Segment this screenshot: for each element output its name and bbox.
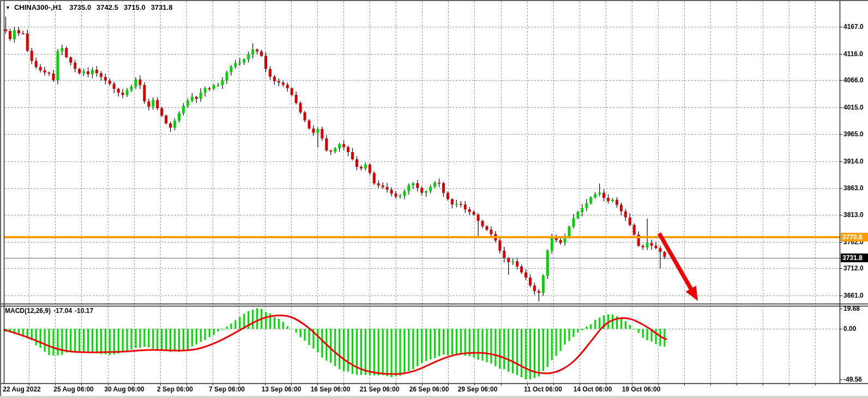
price-axis-label: 3813.0 — [843, 211, 864, 219]
macd-name-label: MACD(12,26,9) — [5, 307, 51, 315]
ohlc-close-value: 3731.8 — [151, 3, 173, 11]
ohlc-high-value: 3742.5 — [97, 3, 118, 11]
price-axis-label: 4066.0 — [843, 76, 864, 84]
time-axis-label: 25 Aug 06:00 — [53, 385, 94, 393]
hline-price-badge: 3770.8 — [841, 233, 868, 242]
bid-price-badge: 3731.8 — [841, 254, 868, 262]
price-axis-label: 3661.0 — [843, 292, 864, 299]
ohlc-low-value: 3715.0 — [124, 3, 146, 11]
macd-axis-label: -49.56 — [843, 376, 862, 383]
time-axis-label: 26 Sep 06:00 — [409, 385, 449, 393]
chart-title: ▼CHINA300-,H13735.03742.53715.03731.8 — [5, 3, 172, 12]
macd-indicator-label: MACD(12,26,9)-17.04-10.17 — [5, 307, 93, 315]
price-axis-label: 4167.0 — [843, 23, 864, 31]
price-axis-label: 3965.0 — [843, 130, 864, 138]
macd-main-value: -17.04 — [53, 307, 72, 315]
price-axis-label: 3914.0 — [843, 158, 864, 165]
price-axis-label: 4116.0 — [843, 50, 863, 58]
time-axis-label: 29 Sep 06:00 — [458, 385, 498, 393]
time-axis-label: 21 Sep 06:00 — [360, 385, 400, 393]
time-axis-label: 7 Sep 06:00 — [209, 385, 245, 393]
time-axis-label: 16 Sep 06:00 — [311, 385, 351, 393]
time-axis-label: 11 Oct 06:00 — [524, 385, 562, 393]
symbol-dropdown-icon[interactable]: ▼ — [5, 5, 10, 10]
ohlc-open-value: 3735.0 — [69, 3, 91, 11]
macd-axis-label: 19.68 — [843, 305, 860, 312]
time-axis-label: 22 Aug 2022 — [3, 385, 41, 393]
symbol-period-label: CHINA300-,H1 — [14, 3, 62, 11]
time-axis-label: 30 Aug 06:00 — [104, 385, 144, 393]
time-axis-label: 19 Oct 06:00 — [622, 385, 661, 393]
chart-window: ▼CHINA300-,H13735.03742.53715.03731.8 MA… — [0, 0, 868, 398]
chart-canvas[interactable] — [0, 0, 868, 398]
macd-signal-value: -10.17 — [75, 307, 93, 315]
price-axis-label: 3712.0 — [843, 264, 864, 272]
price-axis-label: 3863.0 — [843, 184, 864, 192]
time-axis-label: 2 Sep 06:00 — [157, 385, 193, 393]
time-axis-label: 14 Oct 06:00 — [574, 385, 612, 393]
macd-axis-label: 0.00 — [843, 325, 856, 333]
time-axis-label: 13 Sep 06:00 — [262, 385, 302, 393]
price-axis-label: 4015.0 — [843, 104, 864, 111]
